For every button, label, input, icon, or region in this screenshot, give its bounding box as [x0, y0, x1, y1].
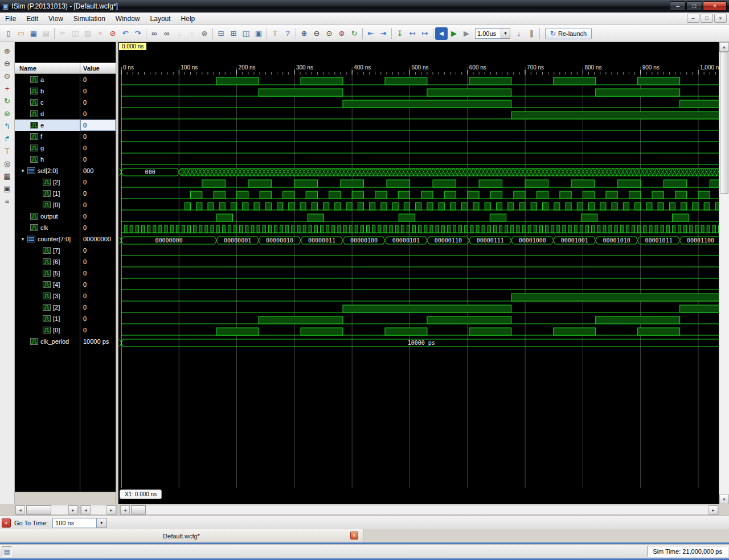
scroll-left-icon[interactable]: ◄ [81, 505, 91, 514]
signal-row-g[interactable]: g0 [15, 142, 116, 154]
find-icon[interactable]: ∞ [148, 27, 161, 40]
wave-counter_0[interactable] [121, 328, 719, 335]
add-marker-icon[interactable]: ↧ [394, 27, 406, 40]
wave-zoom-full-tool-icon[interactable]: ⊙ [2, 70, 13, 81]
waveform-canvas[interactable]: 0 ns100 ns200 ns300 ns400 ns500 ns600 ns… [118, 42, 719, 504]
go-to-time-zero-icon[interactable]: ⇤ [364, 27, 377, 40]
maximize-button[interactable]: □ [686, 1, 702, 11]
wave-output[interactable] [121, 214, 719, 221]
signal-row-counter[interactable]: ▼counter[7:0]00000000 [15, 233, 116, 245]
wave-sel[interactable]: 000 [120, 168, 719, 176]
name-column-header[interactable]: Name [19, 65, 36, 72]
whats-this-icon[interactable]: ? [281, 27, 294, 40]
vertical-scrollbar[interactable]: ▲ ▼ [719, 42, 729, 504]
signal-row-counter_0[interactable]: [0]0 [15, 324, 116, 336]
signal-row-clk_period[interactable]: clk_period10000 ps [15, 336, 116, 347]
float-window-icon[interactable]: ▣ [252, 27, 265, 40]
zoom-out-icon[interactable]: ⊖ [310, 27, 323, 40]
find-in-files-icon[interactable]: ∞ [161, 27, 173, 40]
scroll-left-icon[interactable]: ◄ [15, 505, 25, 514]
menu-edit[interactable]: Edit [21, 13, 43, 24]
cascade-windows-icon[interactable]: ◫ [240, 27, 252, 40]
goto-time-input[interactable]: 100 ns [52, 518, 97, 528]
wave-restart-tool-icon[interactable]: ↻ [2, 95, 13, 106]
grid-tool-icon[interactable]: ▦ [2, 170, 13, 182]
close-button[interactable]: × [703, 1, 727, 11]
zoom-to-area-icon[interactable]: ⊙ [323, 27, 335, 40]
menu-window[interactable]: Window [110, 13, 145, 24]
signal-row-counter_6[interactable]: [6]0 [15, 256, 116, 267]
toolbox-icon[interactable]: ⊤ [269, 27, 281, 40]
relaunch-button[interactable]: ↻Re-launch [545, 28, 592, 39]
wave-sel_0[interactable] [121, 203, 719, 210]
value-column-scrollbar[interactable]: ◄ ► [80, 505, 117, 515]
new-waveform-icon[interactable]: ▯ [2, 27, 15, 40]
signal-row-e[interactable]: e0 [15, 120, 116, 131]
tab-default-wcfg[interactable]: Default.wcfg* × [0, 529, 363, 542]
tab-close-button[interactable]: × [350, 532, 358, 540]
menu-simulation[interactable]: Simulation [68, 13, 110, 24]
memory-tool-icon[interactable]: ▣ [2, 183, 13, 194]
zoom-in-icon[interactable]: ⊕ [298, 27, 310, 40]
vertical-scroll-thumb[interactable] [720, 52, 728, 194]
signal-row-counter_1[interactable]: [1]0 [15, 313, 116, 324]
signal-row-sel_2[interactable]: [2]0 [15, 176, 116, 188]
clear-console-icon[interactable]: ⊗ [198, 27, 211, 40]
signal-row-a[interactable]: a0 [15, 74, 116, 85]
restart-icon[interactable]: ◄ [435, 27, 448, 40]
step-icon[interactable]: ↓ [513, 27, 525, 40]
signal-row-h[interactable]: h0 [15, 154, 116, 165]
wave-b[interactable] [121, 89, 719, 96]
run-time-value[interactable]: 1.00us [475, 28, 501, 39]
name-column-scrollbar[interactable]: ◄ ► [15, 505, 79, 515]
stop-sign-icon[interactable]: ⊘ [107, 27, 119, 40]
wave-sel_2[interactable] [121, 180, 719, 187]
crosshair-tool-icon[interactable]: ◎ [2, 158, 13, 169]
signal-row-output[interactable]: output0 [15, 211, 116, 222]
wave-counter_2[interactable] [121, 305, 719, 312]
save-icon[interactable]: ▦ [27, 27, 40, 40]
signal-row-c[interactable]: c0 [15, 97, 116, 108]
signal-row-counter_2[interactable]: [2]0 [15, 302, 116, 313]
mdi-minimize-button[interactable]: – [687, 14, 699, 23]
signal-row-counter_4[interactable]: [4]0 [15, 279, 116, 290]
signal-row-clk[interactable]: clk0 [15, 222, 116, 233]
mdi-restore-button[interactable]: □ [701, 14, 713, 23]
wave-marker-tool-icon[interactable]: + [2, 83, 13, 94]
wave-c[interactable] [121, 100, 719, 108]
go-to-latest-time-icon[interactable]: ⇥ [377, 27, 390, 40]
signal-row-counter_3[interactable]: [3]0 [15, 290, 116, 302]
scroll-right-icon[interactable]: ► [107, 505, 116, 514]
collapse-arrow-icon[interactable]: ▼ [18, 237, 27, 242]
waveform-scrollbar[interactable]: ◄ ► [120, 505, 719, 515]
wave-counter_3[interactable] [121, 294, 719, 301]
menu-view[interactable]: View [43, 13, 68, 24]
signal-row-sel[interactable]: ▼sel[2:0]000 [15, 165, 116, 176]
signal-row-b[interactable]: b0 [15, 85, 116, 97]
break-icon[interactable]: ∥ [525, 27, 538, 40]
menu-file[interactable]: File [0, 13, 21, 24]
menu-layout[interactable]: Layout [145, 13, 176, 24]
scroll-thumb[interactable] [26, 505, 51, 514]
scroll-right-icon[interactable]: ► [68, 505, 78, 514]
redo-icon[interactable]: ↷ [132, 27, 144, 40]
measure-tool-icon[interactable]: ⊤ [2, 145, 13, 157]
waveform-scroll-thumb[interactable] [131, 505, 146, 514]
next-edge-tool-icon[interactable]: ↱ [2, 133, 13, 144]
value-column-header[interactable]: Value [83, 65, 100, 72]
wave-clk_period[interactable]: 10000 ps [120, 339, 719, 347]
next-transition-icon[interactable]: ↦ [419, 27, 431, 40]
run-for-time-icon[interactable]: ▶ [460, 27, 473, 40]
wave-d[interactable] [121, 112, 719, 119]
wave-zoom-out-tool-icon[interactable]: ⊖ [2, 57, 13, 69]
minimize-button[interactable]: – [670, 1, 686, 11]
waveform-area[interactable]: 0 ns100 ns200 ns300 ns400 ns500 ns600 ns… [118, 42, 719, 504]
mdi-close-button[interactable]: × [714, 14, 727, 23]
wave-clk[interactable] [121, 225, 719, 233]
previous-transition-icon[interactable]: ↤ [406, 27, 419, 40]
status-console-icon[interactable]: ▤ [2, 546, 12, 557]
column-divider[interactable] [80, 63, 80, 492]
signal-row-counter_5[interactable]: [5]0 [15, 267, 116, 279]
prev-edge-tool-icon[interactable]: ↰ [2, 120, 13, 131]
menu-help[interactable]: Help [176, 13, 200, 24]
